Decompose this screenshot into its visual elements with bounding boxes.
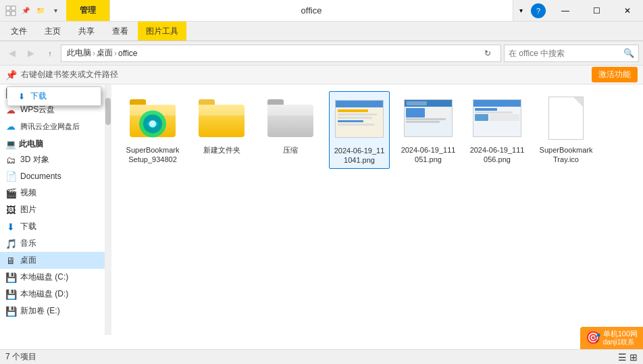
file-thumbnail-superbookmark: [128, 94, 177, 142]
context-menu-item-download[interactable]: ⬇ 下载: [7, 87, 101, 105]
sidebar-item-documents[interactable]: 📄 Documents: [0, 168, 105, 184]
address-bar: 此电脑 › 桌面 › office ↻: [61, 45, 501, 62]
context-dl-icon: ⬇: [18, 92, 25, 101]
ribbon-tabs: 文件 主页 共享 查看 图片工具: [0, 22, 643, 41]
sidebar-item-videos[interactable]: 🎬 视频: [0, 184, 105, 201]
up-button[interactable]: ↑: [42, 45, 58, 61]
nav-bar: ◀ ▶ ↑ 此电脑 › 桌面 › office ↻ 🔍: [0, 41, 643, 66]
file-thumbnail-screenshot-1: [335, 95, 384, 143]
folder-icon-superbookmark: [130, 99, 176, 137]
title-bar-tabs: 管理 office: [66, 0, 513, 21]
sidebar-scrollbar[interactable]: [105, 84, 111, 335]
title-bar-extras: ▾ ?: [513, 3, 550, 18]
file-thumbnail-tray: [542, 94, 590, 142]
desktop-icon: 🖥: [5, 255, 16, 266]
file-item-screenshot-1[interactable]: 2024-06-19_111041.png: [329, 91, 390, 169]
svg-rect-1: [11, 6, 16, 10]
screenshot-img-2: [404, 99, 453, 137]
list-view-btn[interactable]: ☰: [618, 352, 627, 363]
ribbon-tab-image-tools[interactable]: 图片工具: [138, 22, 186, 41]
maximize-button[interactable]: ☐: [581, 0, 612, 22]
search-input[interactable]: [509, 49, 621, 58]
ribbon-tab-share[interactable]: 共享: [70, 22, 103, 41]
sidebar-downloads-label: 下载: [20, 221, 36, 232]
refresh-button[interactable]: ↻: [480, 46, 495, 61]
breadcrumb-pc[interactable]: 此电脑: [67, 47, 91, 59]
sidebar: ⬇ 下载 💾 新加卷 (E:) ☁ WPS云盘 ☁ 腾讯云企业网盘后 💻: [0, 84, 105, 335]
status-bar: 7 个项目 ☰ ⊞: [0, 349, 643, 364]
file-item-screenshot-2[interactable]: 2024-06-19_111051.png: [398, 91, 459, 169]
file-item-superbookmark-setup[interactable]: SuperBookmarkSetup_934802: [122, 91, 183, 169]
file-item-screenshot-3[interactable]: 2024-06-19_111056.png: [467, 91, 528, 169]
help-button[interactable]: ?: [531, 3, 546, 18]
file-label-new-folder: 新建文件夹: [203, 145, 240, 155]
screenshot-img-3: [473, 99, 521, 137]
breadcrumb-desktop[interactable]: 桌面: [97, 47, 113, 59]
watermark: 🎯 单机100网 danji1联系: [580, 327, 643, 349]
sidebar-item-3d[interactable]: 🗂 3D 对象: [0, 151, 105, 168]
svg-rect-2: [6, 11, 10, 16]
svg-point-6: [149, 120, 156, 127]
activate-button[interactable]: 激活功能: [592, 67, 638, 82]
ribbon-tab-home[interactable]: 主页: [36, 22, 69, 41]
3d-icon: 🗂: [5, 155, 16, 165]
sidebar-item-downloads[interactable]: ⬇ 下载: [0, 218, 105, 235]
sidebar-item-pictures[interactable]: 🖼 图片: [0, 201, 105, 218]
pin-bookmark-icon: 📌: [5, 70, 17, 80]
expand-button[interactable]: ▾: [513, 3, 528, 18]
doc-icon-tray: [548, 97, 584, 140]
minimize-button[interactable]: —: [550, 0, 581, 22]
title-bar-icons: 📌 📁 ▾: [0, 5, 66, 16]
pin-icon: 📌: [20, 5, 31, 16]
sidebar-local-c-label: 本地磁盘 (C:): [20, 271, 68, 283]
bookmark-bar: 📌 右键创建书签夹或文件路径 激活功能: [0, 66, 643, 84]
sidebar-item-desktop[interactable]: 🖥 桌面: [0, 252, 105, 269]
file-item-compressed[interactable]: 压缩: [260, 91, 321, 169]
grid-view-btn[interactable]: ⊞: [629, 352, 638, 363]
title-bar: 📌 📁 ▾ 管理 office ▾ ? — ☐ ✕: [0, 0, 643, 22]
file-thumbnail-new-folder: [197, 94, 246, 142]
bookmark-bar-left: 📌 右键创建书签夹或文件路径: [5, 69, 118, 80]
sidebar-videos-label: 视频: [20, 187, 36, 199]
dropdown-icon[interactable]: ▾: [50, 5, 61, 16]
file-label-tray: SuperBookmarkTray.ico: [538, 145, 594, 165]
breadcrumb-office[interactable]: office: [118, 49, 137, 58]
context-dl-label: 下载: [30, 90, 47, 102]
downloads-icon: ⬇: [5, 222, 16, 232]
tab-manage[interactable]: 管理: [66, 0, 110, 21]
file-item-new-folder[interactable]: 新建文件夹: [191, 91, 252, 169]
sidebar-item-music[interactable]: 🎵 音乐: [0, 235, 105, 252]
title-bar-controls: — ☐ ✕: [550, 0, 643, 21]
search-bar: 🔍: [504, 45, 639, 62]
bookmark-bar-label: 右键创建书签夹或文件路径: [21, 69, 118, 80]
local-c-icon: 💾: [5, 272, 16, 283]
sidebar-item-local-d[interactable]: 💾 本地磁盘 (D:): [0, 286, 105, 303]
sidebar-item-new-vol-e2[interactable]: 💾 新加卷 (E:): [0, 303, 105, 319]
watermark-icon: 🎯: [586, 330, 600, 345]
screenshot-img-1: [335, 100, 384, 138]
file-item-superbookmark-tray[interactable]: SuperBookmarkTray.ico: [536, 91, 596, 169]
sidebar-section-this-pc: 💻 此电脑: [0, 134, 105, 151]
videos-icon: 🎬: [5, 188, 16, 199]
forward-button[interactable]: ▶: [23, 45, 39, 61]
close-button[interactable]: ✕: [612, 0, 643, 22]
folder-title-icon: 📁: [35, 5, 46, 16]
documents-icon: 📄: [5, 171, 16, 182]
ribbon-tab-file[interactable]: 文件: [3, 22, 35, 41]
music-icon: 🎵: [5, 238, 16, 249]
context-menu: ⬇ 下载: [7, 86, 101, 106]
svg-rect-0: [6, 6, 10, 10]
sidebar-item-tencent[interactable]: ☁ 腾讯云企业网盘后: [0, 118, 105, 134]
file-label-compressed: 压缩: [283, 145, 298, 155]
this-pc-label: 此电脑: [19, 138, 43, 150]
tab-office[interactable]: office: [110, 0, 513, 21]
search-icon[interactable]: 🔍: [623, 48, 634, 58]
window-icon: [5, 5, 16, 16]
svg-rect-3: [11, 11, 16, 16]
sidebar-item-local-c[interactable]: 💾 本地磁盘 (C:): [0, 269, 105, 286]
ribbon-tab-view[interactable]: 查看: [104, 22, 136, 41]
main-area: ⬇ 下载 💾 新加卷 (E:) ☁ WPS云盘 ☁ 腾讯云企业网盘后 💻: [0, 84, 643, 335]
file-thumbnail-screenshot-3: [473, 94, 521, 142]
new-vol-e2-icon: 💾: [5, 306, 16, 317]
back-button[interactable]: ◀: [4, 45, 20, 61]
